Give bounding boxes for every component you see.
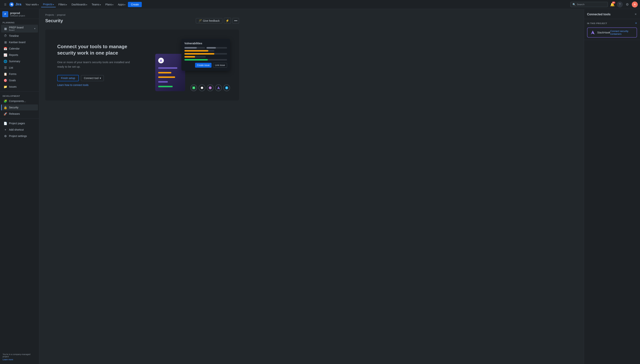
plans-nav[interactable]: Plans <box>103 2 115 7</box>
planning-section-label: PLANNING <box>0 20 39 24</box>
stackhawk-tool-card[interactable]: StackHawk Connect security containers <box>587 28 637 38</box>
promo-section: Connect your tools to manage security wo… <box>45 30 239 100</box>
help-button[interactable]: ? <box>617 2 623 8</box>
sidebar-item-security[interactable]: 🔒 Security <box>1 104 38 110</box>
itp-header: IN THIS PROJECT + <box>587 21 637 25</box>
breadcrumb-separator: / <box>55 14 56 16</box>
development-section-label: DEVELOPMENT <box>0 93 39 98</box>
promo-text: Connect your tools to manage security wo… <box>57 44 136 86</box>
right-panel-title: Connected tools <box>587 13 610 16</box>
breadcrumb-preprod[interactable]: preprod <box>57 14 66 16</box>
vuln-bar-fill-1 <box>184 47 197 48</box>
sidebar: P preprod Software project PLANNING ▦ PR… <box>0 9 39 364</box>
svg-marker-8 <box>218 86 220 89</box>
illus-bar-2 <box>158 72 171 74</box>
illus-bar-1 <box>158 67 177 69</box>
promo-actions: Finish setup Connect tool ▾ Learn how to… <box>57 75 136 86</box>
tool-icon-5: S <box>223 84 230 91</box>
sidebar-item-forms[interactable]: 📋 Forms <box>1 71 38 77</box>
lightning-button[interactable]: ⚡ <box>224 18 231 24</box>
learn-more-link[interactable]: Learn more <box>3 358 13 361</box>
sidebar-item-summary[interactable]: 🌐 Summary <box>1 58 38 64</box>
sidebar-item-calendar[interactable]: 📅 Calendar <box>1 46 38 52</box>
sidebar-item-timeline[interactable]: ⏱ Timeline <box>1 33 38 39</box>
calendar-icon: 📅 <box>4 47 7 50</box>
more-options-button[interactable]: ••• <box>232 18 239 24</box>
tool-icon-3: U <box>207 84 214 91</box>
create-issue-button[interactable]: Create issue <box>195 63 211 68</box>
sidebar-item-releases[interactable]: 🚀 Releases <box>1 111 38 117</box>
in-this-project-label: IN THIS PROJECT <box>587 22 607 24</box>
give-feedback-button[interactable]: 🪄 Give feedback <box>196 18 223 23</box>
your-work-nav[interactable]: Your work <box>24 2 40 7</box>
breadcrumb: Projects / preprod <box>45 14 239 16</box>
link-issue-button[interactable]: Link issue <box>213 63 227 68</box>
sidebar-item-list[interactable]: ☰ List <box>1 65 38 71</box>
jira-logo[interactable]: Jira <box>9 2 21 7</box>
create-button[interactable]: Create <box>128 2 142 7</box>
projects-nav[interactable]: Projects <box>41 2 56 7</box>
vuln-bar-fill-3 <box>184 50 208 52</box>
summary-icon: 🌐 <box>4 60 7 63</box>
sidebar-item-add-shortcut[interactable]: ＋ Add shortcut <box>1 127 38 133</box>
search-box[interactable]: 🔍 Search <box>570 2 608 7</box>
sidebar-item-reports[interactable]: 📈 Reports <box>1 52 38 58</box>
apps-chevron <box>124 3 125 6</box>
project-name: preprod <box>10 12 37 14</box>
reports-icon: 📈 <box>4 53 7 56</box>
sidebar-divider-2 <box>0 118 39 119</box>
connect-security-containers-link[interactable]: Connect security containers <box>610 30 634 35</box>
promo-title: Connect your tools to manage security wo… <box>57 44 136 56</box>
finish-setup-button[interactable]: Finish setup <box>57 75 79 81</box>
sidebar-item-issues[interactable]: 📁 Issues <box>1 84 38 90</box>
vuln-bar-fill-6 <box>184 59 208 60</box>
learn-how-link[interactable]: Learn how to connect tools <box>57 84 89 86</box>
sidebar-item-goals[interactable]: 🎯 Goals <box>1 77 38 83</box>
in-this-project-section: IN THIS PROJECT + StackHawk Connect secu… <box>584 19 640 40</box>
project-header: P preprod Software project <box>0 9 39 19</box>
close-panel-button[interactable]: × <box>634 12 637 17</box>
notifications-button[interactable]: 🔔 9+ <box>609 2 615 8</box>
connect-tool-chevron-icon: ▾ <box>100 76 101 80</box>
releases-icon: 🚀 <box>4 112 7 116</box>
right-panel: Connected tools × IN THIS PROJECT + Stac… <box>584 9 640 364</box>
project-avatar: P <box>2 11 8 17</box>
issues-icon: 📁 <box>4 85 7 88</box>
connect-tool-button[interactable]: Connect tool ▾ <box>81 75 104 81</box>
add-tool-button[interactable]: + <box>635 21 637 25</box>
sidebar-item-components[interactable]: 🧩 Components... <box>1 98 38 104</box>
projects-chevron <box>53 3 54 6</box>
filters-nav[interactable]: Filters <box>57 2 69 7</box>
tool-icon-2 <box>199 84 205 91</box>
vuln-actions: Create issue Link issue <box>184 63 227 68</box>
vuln-row-3 <box>184 53 227 54</box>
user-avatar[interactable]: A <box>632 2 638 8</box>
page-title: Security <box>45 18 63 23</box>
illus-hawk-logo <box>158 58 164 63</box>
promo-illustration: Vulnerabilities <box>151 39 230 91</box>
project-info: preprod Software project <box>10 12 37 17</box>
sidebar-item-project-pages[interactable]: 📄 Project pages <box>1 120 38 126</box>
tool-icon-4 <box>215 84 222 91</box>
goals-icon: 🎯 <box>4 79 7 82</box>
vuln-bar-fill-2 <box>206 47 216 48</box>
teams-nav[interactable]: Teams <box>90 2 103 7</box>
settings-button[interactable]: ⚙ <box>624 2 630 8</box>
sidebar-item-kanban[interactable]: ⊞ Kanban board <box>1 39 38 45</box>
plans-chevron <box>112 3 113 6</box>
vuln-bar-fill-4 <box>184 53 214 54</box>
timeline-icon: ⏱ <box>4 34 7 38</box>
list-icon: ☰ <box>4 66 7 69</box>
content-inner: Projects / preprod Security 🪄 Give feedb… <box>39 9 245 105</box>
breadcrumb-projects[interactable]: Projects <box>45 14 54 16</box>
hamburger-menu-button[interactable]: ☰ <box>2 2 8 8</box>
sidebar-item-board[interactable]: ▦ PREP board Board ▾ <box>1 25 38 32</box>
right-panel-header: Connected tools × <box>584 9 640 19</box>
sidebar-item-project-settings[interactable]: ⚙ Project settings <box>1 133 38 139</box>
promo-description: One or more of your team's security tool… <box>57 60 136 69</box>
dashboards-nav[interactable]: Dashboards <box>70 2 89 7</box>
vulns-card-title: Vulnerabilities <box>184 42 227 45</box>
apps-nav[interactable]: Apps <box>116 2 127 7</box>
teams-chevron <box>100 3 101 6</box>
tool-card-name: StackHawk <box>597 31 610 34</box>
